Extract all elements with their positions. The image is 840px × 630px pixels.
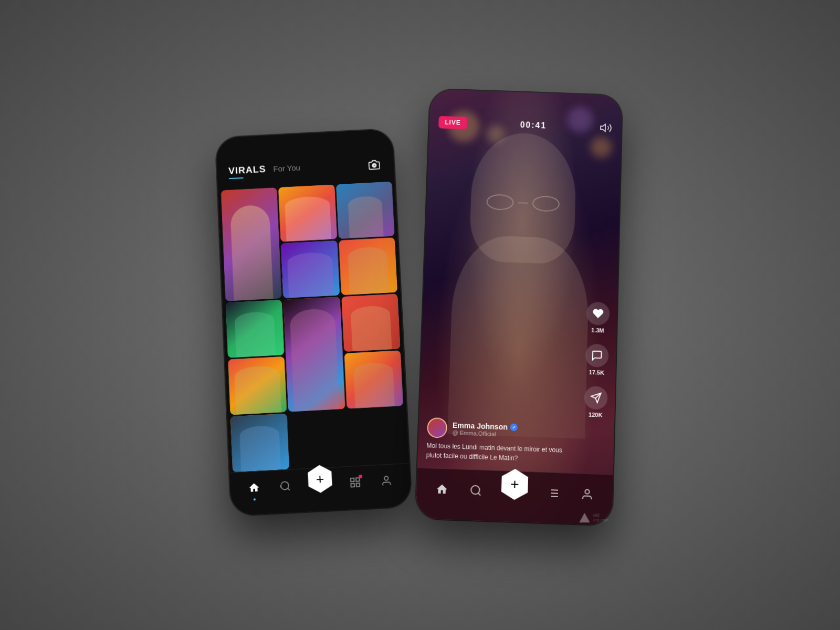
logo-area: VIRALS For You [228,162,301,180]
section-label: For You [273,163,300,173]
watermark-icon [579,513,590,522]
comment-count: 17.5K [589,369,604,376]
svg-point-0 [372,163,376,167]
live-timer: 00:41 [520,120,547,130]
nav-plus-button[interactable]: + [306,464,334,494]
live-badge: LIVE [438,116,467,129]
grid-item[interactable] [228,356,287,415]
svg-line-12 [478,493,481,496]
left-phone: VIRALS For You [216,129,412,516]
camera-icon[interactable] [365,156,383,174]
bottom-nav-left: + [229,463,412,516]
right-phone: LIVE 00:41 [415,89,622,526]
share-icon-circle[interactable] [584,386,607,410]
grid-item[interactable] [339,237,397,295]
logo-underline [229,177,244,179]
grid-item[interactable] [226,300,285,358]
phones-container: VIRALS For You [220,102,619,533]
nav-home[interactable] [244,478,264,498]
grid-item[interactable] [336,182,395,239]
r-nav-plus-button[interactable]: + [499,468,530,500]
verified-badge: ✓ [510,424,518,432]
grid-item[interactable] [341,294,400,352]
share-action[interactable]: 120K [584,386,608,418]
watermark: uiü org.com [579,512,608,523]
grid-item[interactable] [221,187,282,301]
live-person [447,131,592,439]
share-count: 120K [589,411,603,418]
nav-feed[interactable] [345,472,365,493]
svg-rect-5 [356,483,360,487]
r-nav-feed[interactable] [542,482,564,504]
svg-rect-6 [351,484,355,487]
svg-rect-4 [356,478,360,481]
comment-action[interactable]: 17.5K [585,343,609,376]
grid-item[interactable] [278,184,337,242]
r-nav-home[interactable] [431,478,453,500]
like-icon-circle[interactable] [586,301,610,325]
r-nav-search[interactable] [465,479,487,501]
grid-item[interactable] [344,350,403,408]
like-count: 1.3M [591,327,604,334]
svg-line-2 [287,488,289,490]
grid-item[interactable] [281,240,340,298]
notification-dot [359,475,362,478]
user-details: Emma Johnson ✓ @ Emma.Official [452,421,577,440]
svg-point-7 [384,476,388,480]
svg-marker-8 [601,124,605,131]
video-grid [218,177,410,472]
svg-rect-3 [351,478,354,482]
like-action[interactable]: 1.3M [586,301,610,333]
user-info: Emma Johnson ✓ @ Emma.Official Moi tous … [426,417,577,465]
svg-point-19 [585,489,589,494]
nav-profile[interactable] [376,470,396,491]
nav-search[interactable] [275,476,295,497]
grid-item[interactable] [284,297,345,412]
comment-icon-circle[interactable] [585,343,609,368]
user-avatar [427,417,448,438]
right-actions: 1.3M 17.5K [584,301,610,418]
camera-icon-live[interactable] [600,121,612,134]
grid-item[interactable] [230,414,290,472]
r-nav-profile[interactable] [576,484,598,506]
app-logo: VIRALS [228,164,266,176]
left-header: VIRALS For You [216,129,395,186]
